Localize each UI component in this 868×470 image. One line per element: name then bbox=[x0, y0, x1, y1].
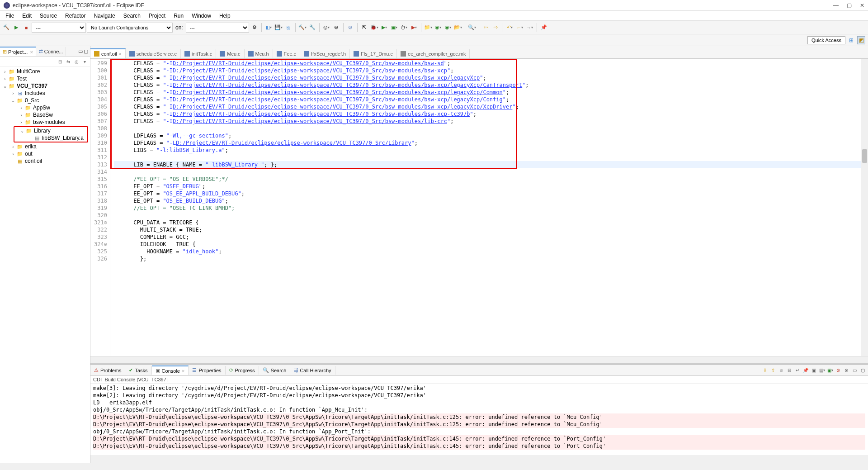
view-menu-icon[interactable]: ▾ bbox=[81, 58, 88, 66]
debug-target-icon[interactable]: ◎ bbox=[322, 23, 331, 32]
new-source-icon[interactable]: ◉ bbox=[443, 23, 453, 32]
tree-includes[interactable]: ›⊞Includes bbox=[0, 90, 90, 97]
menu-project[interactable]: Project bbox=[145, 12, 169, 20]
editor-tab[interactable]: scheduleService.c bbox=[126, 49, 181, 58]
run-icon[interactable]: ▶ bbox=[12, 23, 21, 32]
new-class-icon[interactable]: ◉ bbox=[434, 23, 443, 32]
save-icon[interactable]: 💾 bbox=[274, 23, 283, 32]
forward-icon[interactable]: → bbox=[525, 23, 534, 32]
build-all-icon[interactable]: 📁 bbox=[424, 23, 433, 32]
tree-project-multicore[interactable]: ›📁MultiCore bbox=[0, 68, 90, 75]
editor-vertical-scrollbar[interactable] bbox=[861, 59, 868, 356]
coverage-icon[interactable]: ▣ bbox=[390, 23, 399, 32]
tree-erika[interactable]: ›📁erika bbox=[0, 143, 90, 150]
new-console-icon[interactable]: ▣ bbox=[826, 367, 834, 374]
menu-edit[interactable]: Edit bbox=[19, 12, 35, 20]
tab-callhierarchy[interactable]: ⇶Call Hierarchy bbox=[290, 366, 335, 375]
close-icon[interactable]: × bbox=[182, 368, 184, 374]
clear-console-icon[interactable]: ⎚ bbox=[778, 367, 785, 374]
tree-appsw[interactable]: ›📁AppSw bbox=[0, 104, 90, 111]
tree-libfile[interactable]: ▤libBSW_Library.a bbox=[14, 134, 87, 142]
minimize-button[interactable]: — bbox=[833, 2, 839, 9]
run-green-icon[interactable]: ▶ bbox=[380, 23, 389, 32]
annotation-next-icon[interactable]: ⇨ bbox=[491, 23, 500, 32]
editor-horizontal-scrollbar[interactable] bbox=[90, 356, 868, 363]
annotation-prev-icon[interactable]: ⇦ bbox=[481, 23, 491, 32]
display-console-icon[interactable]: ▣ bbox=[810, 367, 817, 374]
maximize-view-icon[interactable]: ▢ bbox=[84, 48, 88, 54]
scroll-lock-icon[interactable]: ⊟ bbox=[786, 367, 793, 374]
pin-icon[interactable]: 📌 bbox=[539, 23, 548, 32]
new-folder-icon[interactable]: 📂 bbox=[453, 23, 462, 32]
last-edit-icon[interactable]: ↶ bbox=[505, 23, 514, 32]
profile-icon[interactable]: ⏱ bbox=[400, 23, 409, 32]
close-icon[interactable]: × bbox=[119, 52, 122, 57]
focus-icon[interactable]: ◎ bbox=[73, 58, 80, 66]
editor-tab[interactable]: ee_arch_compiler_gcc.mk bbox=[397, 49, 470, 58]
close-icon[interactable]: × bbox=[30, 49, 33, 55]
tree-out[interactable]: ›📁out bbox=[0, 150, 90, 157]
scroll-up-icon[interactable]: ⇧ bbox=[769, 367, 777, 374]
tab-problems[interactable]: ⚠Problems bbox=[90, 366, 125, 375]
code-editor[interactable]: CFLAGS = "-ID:/Project/EV/RT-Druid/eclip… bbox=[110, 59, 861, 356]
scroll-down-icon[interactable]: ⇩ bbox=[761, 367, 769, 374]
tab-project-explorer[interactable]: ⊞ Project... × bbox=[0, 47, 36, 56]
tab-connections[interactable]: ⇄ Conne... bbox=[36, 47, 66, 56]
launch-config-combo[interactable]: No Launch Configurations bbox=[87, 23, 173, 33]
menu-navigate[interactable]: Navigate bbox=[90, 12, 118, 20]
tree-bswmodules[interactable]: ›📁bsw-modules bbox=[0, 119, 90, 126]
tab-search[interactable]: 🔍Search bbox=[259, 366, 291, 375]
menu-run[interactable]: Run bbox=[170, 12, 187, 20]
menu-search[interactable]: Search bbox=[120, 12, 144, 20]
wrench-icon[interactable]: 🔧 bbox=[308, 23, 317, 32]
gear-icon[interactable]: ⚙ bbox=[250, 23, 259, 32]
debug-icon[interactable]: 🐞 bbox=[370, 23, 379, 32]
search-icon[interactable]: 🔍 bbox=[467, 23, 476, 32]
tree-basesw[interactable]: ›📁BaseSw bbox=[0, 111, 90, 119]
minimize-view-icon[interactable]: ▭ bbox=[78, 48, 83, 54]
stop-icon[interactable]: ■ bbox=[22, 23, 31, 32]
console-horizontal-scrollbar[interactable] bbox=[90, 456, 868, 463]
menu-file[interactable]: File bbox=[2, 12, 18, 20]
back-icon[interactable]: ← bbox=[515, 23, 524, 32]
maximize-view-icon[interactable]: ▢ bbox=[859, 367, 866, 374]
menu-window[interactable]: Window bbox=[188, 12, 215, 20]
tree-project-test[interactable]: ›📁Test bbox=[0, 75, 90, 82]
quick-access-input[interactable]: Quick Access bbox=[807, 36, 845, 44]
perspective-cdt-icon[interactable]: ◩ bbox=[857, 36, 865, 44]
editor-tab[interactable]: IfxScu_regdef.h bbox=[300, 49, 350, 58]
tree-project-vcu[interactable]: ⌄📁VCU_TC397 bbox=[0, 82, 90, 90]
editor-tab[interactable]: Fee.c bbox=[273, 49, 301, 58]
build-icon[interactable]: 🔨 bbox=[298, 23, 307, 32]
editor-tab[interactable]: initTask.c bbox=[181, 49, 216, 58]
perspective-open-icon[interactable]: ⊞ bbox=[847, 36, 855, 44]
minimize-view-icon[interactable]: ▭ bbox=[851, 367, 858, 374]
close-button[interactable]: ✕ bbox=[860, 2, 864, 9]
new-icon[interactable]: ◧ bbox=[264, 23, 273, 32]
console-output[interactable]: make[3]: Leaving directory '/cygdrive/d/… bbox=[90, 384, 868, 456]
editor-tab[interactable]: Mcu.h bbox=[245, 49, 273, 58]
editor-area[interactable]: 2993003013023033043053063073083093103113… bbox=[90, 59, 868, 356]
remove-terminated-icon[interactable]: ⊘ bbox=[835, 367, 842, 374]
tab-console[interactable]: ▣Console× bbox=[152, 366, 189, 375]
tab-tasks[interactable]: ✔Tasks bbox=[125, 366, 151, 375]
wand-icon[interactable]: ⇱ bbox=[360, 23, 369, 32]
hammer-build-icon[interactable]: 🔨 bbox=[2, 23, 11, 32]
save-all-icon[interactable]: ⎘ bbox=[284, 23, 293, 32]
collapse-all-icon[interactable]: ⊟ bbox=[57, 58, 64, 66]
tree-library[interactable]: ⌄📁Library bbox=[14, 127, 87, 134]
launch-target-combo[interactable]: --- bbox=[186, 23, 249, 33]
launch-mode-combo[interactable]: --- bbox=[32, 23, 86, 33]
project-tree[interactable]: ›📁MultiCore ›📁Test ⌄📁VCU_TC397 ›⊞Include… bbox=[0, 67, 90, 463]
menu-refactor[interactable]: Refactor bbox=[61, 12, 89, 20]
menu-source[interactable]: Source bbox=[36, 12, 61, 20]
open-console-icon[interactable]: ▤ bbox=[818, 367, 826, 374]
toggle-breakpoint-icon[interactable]: ⊘ bbox=[346, 23, 355, 32]
maximize-button[interactable]: ▢ bbox=[847, 2, 852, 9]
tab-progress[interactable]: ⟳Progress bbox=[226, 366, 259, 375]
target-icon[interactable]: ⊚ bbox=[332, 23, 341, 32]
menu-help[interactable]: Help bbox=[216, 12, 234, 20]
bottom-horizontal-scrollbar[interactable] bbox=[0, 463, 868, 470]
tab-properties[interactable]: ☰Properties bbox=[189, 366, 225, 375]
remove-all-icon[interactable]: ⊗ bbox=[843, 367, 850, 374]
